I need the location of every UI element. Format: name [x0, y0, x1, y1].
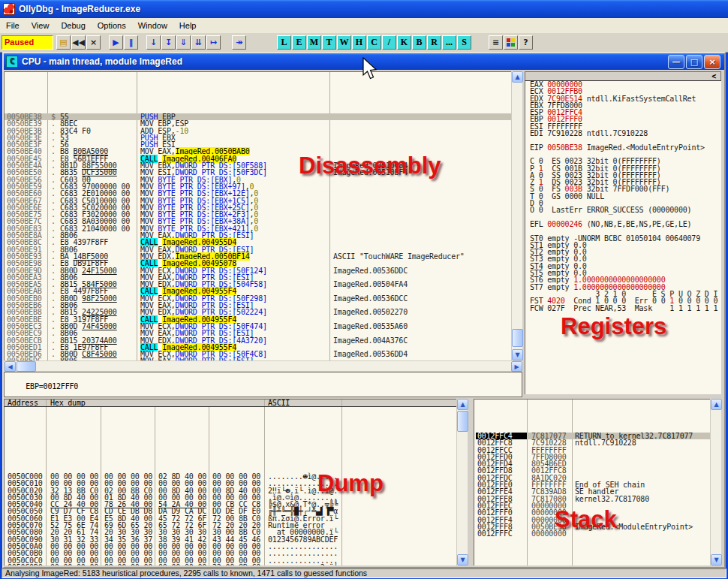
disasm-row[interactable]: 0050BE3E.53PUSH EBX	[5, 134, 511, 141]
exec-till-return-icon: ↦	[210, 38, 217, 47]
collapse-icon[interactable]: <	[711, 72, 716, 80]
dump-col-hex: Hex dump	[50, 400, 86, 407]
scroll-up-icon[interactable]: ▲	[512, 71, 523, 83]
scroll-down-icon[interactable]: ▼	[457, 554, 468, 565]
disasm-vscrollbar[interactable]: ▲ ▼	[511, 71, 522, 360]
step-into-icon: ↓	[150, 38, 157, 47]
dump-vscrollbar[interactable]: ▲ ▼	[456, 399, 468, 565]
windows-list-icon: ≡	[492, 38, 499, 47]
disasm-row[interactable]: 0050BEB0.8B0D 98F25000MOV ECX,DWORD PTR …	[5, 295, 511, 302]
disasm-row[interactable]: 0050BEC3.8B0D 74F45000MOV ECX,DWORD PTR …	[5, 323, 511, 330]
register-line[interactable]: O 0 LastErr ERROR_SUCCESS (00000000)	[525, 207, 721, 213]
app-titlebar[interactable]: OllyDbg - ImageReducer.exe	[0, 0, 728, 18]
restart-button[interactable]: ◀◀	[71, 35, 86, 50]
window-button-k[interactable]: K	[397, 35, 411, 50]
window-button-l[interactable]: L	[277, 35, 291, 50]
disasm-hscrollbar[interactable]: ◀ ▶	[4, 360, 522, 371]
dump-col-ascii: ASCII	[268, 400, 290, 407]
dump-col-address: Address	[8, 400, 38, 407]
menu-item-debug[interactable]: Debug	[55, 19, 91, 33]
close-process-icon: ×	[90, 38, 97, 47]
cpu-titlebar[interactable]: C CPU - main thread, module ImageRed — □…	[4, 53, 724, 70]
stack-row[interactable]: 0012FFFC00000000	[474, 530, 710, 537]
scroll-left-icon[interactable]: ◀	[5, 361, 16, 372]
menu-item-window[interactable]: Window	[132, 19, 173, 33]
pause-button[interactable]: ‖	[124, 35, 138, 50]
disassembly-pane[interactable]: 0050BE38$55PUSH EBP0050BE39.8BECMOV EBP,…	[4, 71, 511, 360]
help-button[interactable]: ?	[519, 35, 533, 50]
window-button-b[interactable]: B	[412, 35, 426, 50]
registers-pane[interactable]: EAX 00000000ECX 0012FFB0EDX 7C90E514 ntd…	[525, 81, 721, 394]
pause-icon: ‖	[129, 38, 134, 47]
patches-button[interactable]	[504, 35, 518, 50]
exec-till-return-button[interactable]: ↦	[206, 35, 221, 50]
window-button-slash[interactable]: /	[382, 35, 396, 50]
dump-row[interactable]: 0050C0D000 00 00 0000 00 00 0000 00 00 0…	[5, 564, 456, 565]
close-process-button[interactable]: ×	[86, 35, 101, 50]
ollydbg-app-icon	[3, 3, 15, 15]
registers-header[interactable]: Registers (FPU) <	[525, 71, 721, 81]
status-bar: Analysing ImageRed: 5183 heuristical pro…	[2, 568, 726, 578]
close-button[interactable]: ×	[704, 55, 720, 69]
window-button-h[interactable]: H	[352, 35, 366, 50]
step-over-icon: ↧	[165, 38, 172, 47]
window-button-e[interactable]: E	[292, 35, 306, 50]
trace-over-icon: ⇊	[195, 38, 202, 47]
toolbar: Paused ▤◀◀×▶‖↓↧⇓⇊↦↠LEMTWHC/KBR...S≡?	[0, 33, 728, 53]
register-line[interactable]: T 0 GS 0000 NULL	[525, 193, 721, 200]
scroll-up-icon[interactable]: ▲	[711, 399, 722, 410]
minimize-button[interactable]: —	[668, 55, 684, 69]
disasm-row[interactable]: 0050BE9D.8B0D 24F15000MOV ECX,DWORD PTR …	[5, 267, 511, 274]
window-button-r[interactable]: R	[427, 35, 441, 50]
register-line[interactable]: EFL 00000246 (NO,NB,E,BE,NS,PE,GE,LE)	[525, 221, 721, 228]
ollydbg-window: OllyDbg - ImageReducer.exe FileViewDebug…	[0, 0, 728, 579]
status-text: Analysing ImageRed: 5183 heuristical pro…	[5, 568, 367, 577]
info-line: EBP=0012FFF0	[26, 382, 78, 391]
window-button-c[interactable]: C	[367, 35, 381, 50]
window-button-m[interactable]: M	[307, 35, 321, 50]
window-button-s[interactable]: S	[457, 35, 471, 50]
windows-list-button[interactable]: ≡	[489, 35, 503, 50]
register-line[interactable]: EDI 7C910228 ntdll.7C910228	[525, 130, 721, 137]
dump-scroll-thumb[interactable]	[457, 411, 468, 432]
scroll-down-icon[interactable]: ▼	[512, 349, 523, 360]
pass-exception-icon: ↠	[236, 38, 242, 47]
scroll-right-icon[interactable]: ▶	[511, 361, 522, 372]
stack-pane[interactable]: 0012FFC47C817077RETURN to kernel32.7C817…	[474, 399, 710, 565]
maximize-button[interactable]: □	[686, 55, 702, 69]
disasm-hscroll-thumb[interactable]	[17, 361, 36, 372]
trace-over-button[interactable]: ⇊	[191, 35, 206, 50]
window-button-w[interactable]: W	[337, 35, 351, 50]
disasm-scroll-thumb[interactable]	[512, 329, 523, 347]
open-file-icon: ▤	[59, 38, 67, 47]
stack-vscrollbar[interactable]: ▲ ▼	[710, 399, 721, 565]
disasm-row[interactable]: 0050BE83.C683 21040000 00MOV BYTE PTR DS…	[5, 225, 511, 232]
dump-pane[interactable]: 0050C00000 00 00 0000 00 00 0002 8D 40 0…	[4, 407, 456, 565]
scroll-down-icon[interactable]: ▼	[711, 554, 722, 565]
pass-exception-button[interactable]: ↠	[232, 35, 246, 50]
patches-grid-icon	[507, 38, 515, 47]
run-button[interactable]: ▶	[109, 35, 123, 50]
register-line[interactable]: FCW 027F Prec NEAR,53 Mask 1 1 1 1 1 1	[525, 305, 721, 312]
status-paused-indicator: Paused	[2, 35, 53, 50]
scroll-up-icon[interactable]: ▲	[457, 399, 468, 410]
disasm-row[interactable]: 0050BE8C.E8 4397F8FFCALL ImageRed.004955…	[5, 239, 511, 246]
menu-item-view[interactable]: View	[26, 19, 56, 33]
open-file-button[interactable]: ▤	[56, 35, 71, 50]
window-button-dots[interactable]: ...	[442, 35, 456, 50]
trace-into-icon: ⇓	[180, 38, 187, 47]
menu-item-file[interactable]: File	[0, 19, 26, 33]
disasm-row[interactable]: 0050BE38$55PUSH EBP	[5, 113, 511, 120]
disasm-row[interactable]: 0050BED6.8B0D C8F45000MOV ECX,DWORD PTR …	[5, 351, 511, 357]
window-button-t[interactable]: T	[322, 35, 336, 50]
restart-icon: ◀◀	[72, 38, 85, 47]
help-icon: ?	[523, 38, 528, 47]
register-line[interactable]: EIP 0050BE38 ImageRed.<ModuleEntryPoint>	[525, 144, 721, 151]
menu-bar: FileViewDebugOptionsWindowHelp	[0, 18, 728, 34]
trace-into-button[interactable]: ⇓	[176, 35, 191, 50]
disasm-row[interactable]: 0050BE3B.83C4 F0ADD ESP,-10	[5, 128, 511, 134]
step-into-button[interactable]: ↓	[146, 35, 161, 50]
menu-item-options[interactable]: Options	[92, 19, 132, 33]
step-over-button[interactable]: ↧	[161, 35, 176, 50]
menu-item-help[interactable]: Help	[173, 19, 203, 33]
